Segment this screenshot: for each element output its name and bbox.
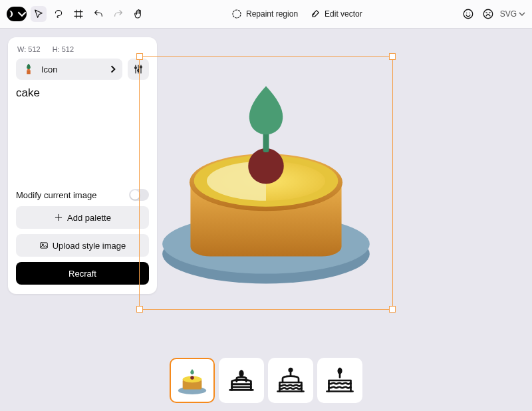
generate-button[interactable]: Recraft xyxy=(16,262,149,285)
canvas[interactable] xyxy=(139,56,393,310)
lasso-icon xyxy=(53,9,64,19)
prompt-input[interactable]: cake xyxy=(16,86,149,180)
height-readout: H: 512 xyxy=(53,45,74,53)
generation-panel: W: 512 H: 512 Icon cake Modify current i… xyxy=(8,37,157,294)
frame-icon xyxy=(73,9,84,19)
chevron-down-icon xyxy=(17,9,27,19)
like-button[interactable] xyxy=(460,6,476,22)
repaint-label: Repaint region xyxy=(246,9,298,19)
undo-button[interactable] xyxy=(90,6,106,22)
pan-tool[interactable] xyxy=(130,6,146,22)
svg-point-18 xyxy=(190,376,194,379)
export-format-button[interactable]: SVG xyxy=(500,9,525,19)
cake-outline-icon xyxy=(226,365,257,396)
lasso-tool[interactable] xyxy=(51,6,66,22)
variant-thumb-4[interactable] xyxy=(317,358,362,403)
repaint-region-button[interactable]: Repaint region xyxy=(231,9,298,19)
svg-point-0 xyxy=(464,9,473,19)
top-right-actions: SVG xyxy=(460,6,525,22)
chevron-right-icon xyxy=(109,65,117,73)
upload-style-button[interactable]: Upload style image xyxy=(16,234,149,257)
redo-icon xyxy=(113,9,124,19)
selection-box[interactable] xyxy=(139,56,393,310)
svg-point-19 xyxy=(289,368,293,372)
svg-point-7 xyxy=(42,244,43,245)
svg-rect-2 xyxy=(27,70,31,74)
variant-thumb-1[interactable] xyxy=(170,358,215,403)
style-picker[interactable]: Icon xyxy=(16,59,122,80)
tool-group-left xyxy=(7,6,146,22)
top-center-actions: Repaint region Edit vector xyxy=(231,9,362,19)
dislike-button[interactable] xyxy=(480,6,496,22)
cake-outline-icon xyxy=(275,364,307,396)
edit-vector-button[interactable]: Edit vector xyxy=(310,9,362,19)
add-palette-button[interactable]: Add palette xyxy=(16,206,149,229)
style-label: Icon xyxy=(41,65,58,74)
app-menu-button[interactable] xyxy=(7,7,27,21)
chevron-down-icon xyxy=(519,11,525,17)
svg-point-13 xyxy=(248,148,283,184)
cake-outline-icon xyxy=(324,364,356,396)
app-logo-icon xyxy=(7,9,17,19)
artwork-preview xyxy=(140,57,392,309)
variant-preview-icon xyxy=(174,362,210,398)
plus-icon xyxy=(54,213,63,222)
edit-vector-icon xyxy=(310,9,321,19)
modify-image-label: Modify current image xyxy=(16,190,96,200)
generate-label: Recraft xyxy=(68,269,96,279)
add-palette-label: Add palette xyxy=(67,213,111,223)
variant-strip xyxy=(170,358,362,403)
style-thumbnail xyxy=(21,62,36,76)
undo-icon xyxy=(93,9,104,19)
edit-vector-label: Edit vector xyxy=(325,9,362,19)
smile-icon xyxy=(462,8,474,20)
select-tool[interactable] xyxy=(31,6,47,22)
format-label: SVG xyxy=(500,9,517,19)
frown-icon xyxy=(482,8,494,20)
variant-thumb-2[interactable] xyxy=(219,358,264,403)
variant-thumb-3[interactable] xyxy=(268,358,313,403)
modify-image-row: Modify current image xyxy=(16,189,149,201)
hand-icon xyxy=(133,9,144,19)
dimensions-readout: W: 512 H: 512 xyxy=(16,44,149,59)
width-readout: W: 512 xyxy=(17,45,41,53)
upload-style-label: Upload style image xyxy=(53,241,126,251)
redo-button[interactable] xyxy=(110,6,126,22)
cursor-icon xyxy=(33,9,44,19)
top-toolbar: Repaint region Edit vector SVG xyxy=(0,0,532,29)
repaint-icon xyxy=(231,9,242,19)
style-row: Icon xyxy=(16,59,149,80)
frame-tool[interactable] xyxy=(70,6,86,22)
svg-point-1 xyxy=(483,9,493,19)
svg-rect-6 xyxy=(40,243,47,248)
image-icon xyxy=(39,241,49,250)
